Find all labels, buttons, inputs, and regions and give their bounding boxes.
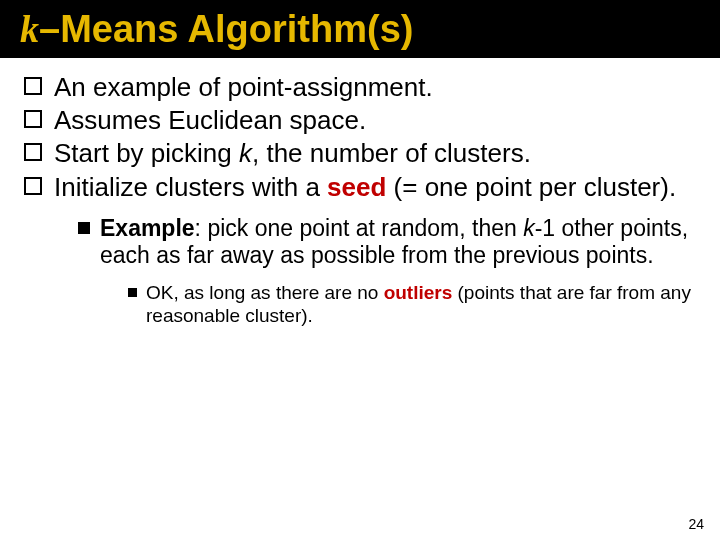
list-item: Assumes Euclidean space.: [24, 105, 696, 136]
bullet-text-b: , the number of clusters.: [252, 138, 531, 168]
hollow-square-icon: [24, 77, 42, 95]
bullet-list-level3: OK, as long as there are no outliers (po…: [128, 282, 696, 328]
emph-seed: seed: [327, 172, 386, 202]
variable-k: k: [239, 138, 252, 168]
variable-k: k: [523, 215, 535, 241]
filled-square-icon: [128, 288, 137, 297]
subbullet-text-b: : pick one point at random, then: [195, 215, 524, 241]
bullet-text: An example of point-assignment.: [54, 72, 433, 102]
hollow-square-icon: [24, 110, 42, 128]
page-number: 24: [688, 516, 704, 532]
list-item: OK, as long as there are no outliers (po…: [128, 282, 696, 328]
list-item: Initialize clusters with a seed (= one p…: [24, 172, 696, 203]
bullet-text-a: Initialize clusters with a: [54, 172, 327, 202]
bullet-text-b: (= one point per cluster).: [386, 172, 676, 202]
list-item: Example: pick one point at random, then …: [78, 215, 696, 328]
slide-title: k–Means Algorithm(s): [20, 8, 413, 50]
list-item: Start by picking k, the number of cluste…: [24, 138, 696, 169]
bullet-text: Assumes Euclidean space.: [54, 105, 366, 135]
bullet-text-a: Start by picking: [54, 138, 239, 168]
bullet-list-level1: An example of point-assignment. Assumes …: [24, 72, 696, 203]
hollow-square-icon: [24, 143, 42, 161]
emph-example: Example: [100, 215, 195, 241]
bullet-list-level2: Example: pick one point at random, then …: [78, 215, 696, 328]
subsub-text-a: OK, as long as there are no: [146, 282, 384, 303]
slide-body: An example of point-assignment. Assumes …: [0, 58, 720, 328]
filled-square-icon: [78, 222, 90, 234]
emph-outliers: outliers: [384, 282, 453, 303]
title-rest: –Means Algorithm(s): [39, 8, 413, 50]
hollow-square-icon: [24, 177, 42, 195]
title-bar: k–Means Algorithm(s): [0, 0, 720, 58]
title-k-italic: k: [20, 8, 39, 50]
list-item: An example of point-assignment.: [24, 72, 696, 103]
